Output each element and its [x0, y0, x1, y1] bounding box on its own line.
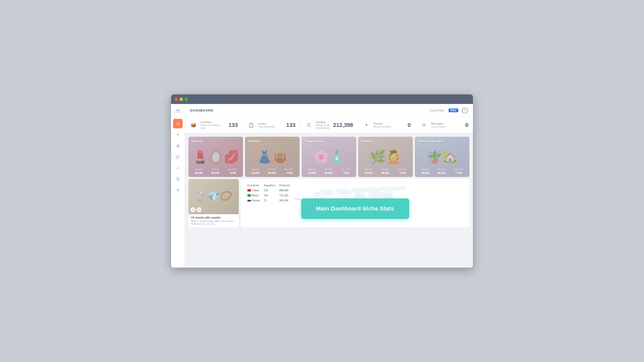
- stat-inventory-value: 133: [228, 122, 238, 128]
- title-bar: [171, 94, 473, 104]
- bottom-section: 💍💎📿 ‹ › US Jewelry gifts supplier NEW US…: [185, 177, 473, 231]
- stat-inventory-sublabel: Products ready to sync: [200, 124, 225, 129]
- niche-home-title: Home & Design: [418, 139, 442, 143]
- niche-health-profit: Avg. Profit ↑ 9755: [397, 168, 407, 175]
- app-logo: 345 DROPSHIP: [173, 106, 182, 116]
- sidebar-item-list[interactable]: ☰: [173, 174, 183, 184]
- featured-supplier-name: US Jewelry gifts supplier: [191, 216, 236, 219]
- stat-deposit-label: Deposit: [374, 122, 405, 125]
- stat-inventory-label: Inventory: [200, 121, 225, 124]
- stat-messages-value: 0: [465, 122, 468, 128]
- app-window: 345 DROPSHIP ⊙ ≡ ⊞ 🛒 ✓ ☰ ↻ DASHBOARD Cur…: [171, 94, 473, 268]
- stat-catalog-value: 212,398: [333, 122, 353, 128]
- niche-beauty-products: Products 88,568: [211, 168, 219, 175]
- stat-orders-sublabel: Total dropships: [258, 125, 283, 128]
- niche-beauty-suppliers: Suppliers 58,095: [195, 168, 203, 175]
- niche-fragrances-profit: Avg. Profit ↑ 9755: [341, 168, 350, 175]
- niche-fashion-suppliers: Suppliers 58,095: [251, 168, 260, 175]
- niche-fragrances[interactable]: 🌸🧴 Fragnances Suppliers 58,095 Products …: [302, 137, 356, 177]
- niche-fashion-products: Products 88,568: [268, 168, 276, 175]
- minimize-dot[interactable]: [180, 98, 183, 101]
- svg-point-1: [358, 195, 359, 197]
- flag-china: 🇨🇳: [247, 189, 251, 192]
- sidebar-item-nav[interactable]: ≡: [173, 130, 183, 139]
- products-brasil: 716,325: [278, 193, 293, 198]
- niche-fashion[interactable]: 👗👜 Fashion Suppliers 58,095 Products 88,…: [245, 137, 300, 177]
- plan-label: Curent Plan:: [430, 109, 445, 112]
- countries-table: Countries Suppliers Products 🇨🇳China 219: [246, 184, 293, 203]
- page-title: DASHBOARD: [190, 108, 214, 112]
- featured-panel: 💍💎📿 ‹ › US Jewelry gifts supplier NEW US…: [188, 179, 239, 227]
- suppliers-china: 219: [263, 188, 278, 193]
- deposit-icon: ✦: [363, 121, 371, 129]
- niche-fragrances-title: Fragnances: [305, 139, 323, 143]
- niche-fashion-title: Fashion: [248, 139, 261, 143]
- topbar: DASHBOARD Curent Plan: PRO ?: [185, 104, 473, 117]
- niche-health-title: Health: [361, 139, 371, 143]
- niche-home-suppliers: Suppliers 58,095: [421, 168, 429, 175]
- sidebar: 345 DROPSHIP ⊙ ≡ ⊞ 🛒 ✓ ☰ ↻: [171, 104, 185, 268]
- stat-catalog-info: Catalog Ready to be dropshipped: [316, 121, 330, 129]
- messages-icon: ✉: [420, 121, 428, 129]
- featured-supplier-desc: NEW US Jewelry Supplier added. VAT inclu…: [191, 220, 236, 225]
- svg-point-0: [375, 193, 376, 194]
- sidebar-item-home[interactable]: ⊙: [173, 119, 183, 128]
- niche-home-products: Products 88,568: [438, 168, 446, 175]
- logo-text: 345: [176, 109, 179, 111]
- niches-grid: 💄🪞💋 Beauty Suppliers 58,095 Products 88,…: [185, 133, 473, 177]
- topbar-right: Curent Plan: PRO ?: [430, 107, 468, 114]
- stat-deposit-sublabel: Money invested: [374, 125, 405, 128]
- niche-fragrances-products: Products 88,568: [325, 168, 333, 175]
- map-panel: Countries Suppliers Products 🇨🇳China 219: [241, 179, 469, 227]
- stat-inventory-info: Inventory Products ready to sync: [200, 121, 225, 129]
- niche-health-stats: Suppliers 58,095 Products 88,568 Avg. Pr…: [358, 168, 413, 175]
- flag-brasil: 🇧🇷: [247, 194, 251, 197]
- inventory-icon: 📦: [189, 121, 197, 129]
- maximize-dot[interactable]: [185, 98, 188, 101]
- close-dot[interactable]: [175, 98, 178, 101]
- stat-messages-info: Messages Lorem ipsum: [431, 122, 462, 128]
- featured-prev-button[interactable]: ‹: [190, 207, 195, 212]
- flag-russia: 🇷🇺: [247, 199, 251, 202]
- niche-home-design[interactable]: 🪴🏡 Home & Design Suppliers 58,095 Produc…: [415, 137, 469, 177]
- stat-orders-label: Orders: [258, 122, 283, 125]
- logo-sub: DROPSHIP: [174, 111, 182, 113]
- stat-orders-info: Orders Total dropships: [258, 122, 283, 128]
- niche-health-suppliers: Suppliers 58,095: [365, 168, 373, 175]
- content-area: 💄🪞💋 Beauty Suppliers 58,095 Products 88,…: [185, 133, 473, 268]
- country-brasil: 🇧🇷Brasil: [246, 193, 263, 198]
- stats-bar: 📦 Inventory Products ready to sync 133 📋…: [185, 117, 473, 133]
- plan-badge: PRO: [449, 108, 458, 112]
- products-china: 999,999: [278, 188, 293, 193]
- sidebar-item-refresh[interactable]: ↻: [173, 185, 183, 195]
- stat-deposit-info: Deposit Money invested: [374, 122, 405, 128]
- products-russia: 245,354: [278, 198, 293, 203]
- niche-fashion-stats: Suppliers 58,095 Products 88,568 Avg. Pr…: [245, 168, 300, 175]
- col-products: Products: [278, 184, 293, 188]
- featured-next-button[interactable]: ›: [196, 207, 202, 212]
- sidebar-item-cart[interactable]: 🛒: [173, 152, 183, 162]
- niche-health[interactable]: 🌿💆 Health Suppliers 58,095 Products 88,5…: [358, 137, 413, 177]
- map-table: Countries Suppliers Products 🇨🇳China 219: [243, 182, 296, 205]
- featured-navigation: ‹ ›: [190, 207, 202, 212]
- niche-fragrances-stats: Suppliers 58,095 Products 88,568 Avg. Pr…: [302, 168, 356, 175]
- sidebar-item-check[interactable]: ✓: [173, 163, 183, 173]
- table-row-russia: 🇷🇺Russia 73 245,354: [246, 198, 293, 203]
- niche-beauty-stats: Suppliers 58,095 Products 88,568 Avg. Pr…: [188, 168, 243, 175]
- niche-beauty[interactable]: 💄🪞💋 Beauty Suppliers 58,095 Products 88,…: [188, 137, 243, 177]
- niche-fashion-profit: Avg. Profit ↑ 9755: [284, 168, 294, 175]
- catalog-icon: ☰: [305, 121, 313, 129]
- orders-icon: 📋: [247, 121, 255, 129]
- sidebar-item-grid[interactable]: ⊞: [173, 141, 183, 151]
- niche-fragrances-suppliers: Suppliers 58,095: [308, 168, 316, 175]
- stat-messages-sublabel: Lorem ipsum: [431, 125, 462, 128]
- stat-catalog-sublabel: Ready to be dropshipped: [316, 124, 330, 129]
- featured-info: US Jewelry gifts supplier NEW US Jewelry…: [188, 214, 239, 227]
- stat-inventory: 📦 Inventory Products ready to sync 133: [185, 117, 243, 133]
- table-row-china: 🇨🇳China 219 999,999: [246, 188, 293, 193]
- niche-home-stats: Suppliers 58,095 Products 88,568 Avg. Pr…: [415, 168, 469, 175]
- niche-home-profit: Avg. Profit ↑ 9755: [454, 168, 463, 175]
- help-button[interactable]: ?: [462, 107, 468, 114]
- stat-messages-label: Messages: [431, 122, 462, 125]
- app-layout: 345 DROPSHIP ⊙ ≡ ⊞ 🛒 ✓ ☰ ↻ DASHBOARD Cur…: [171, 104, 473, 268]
